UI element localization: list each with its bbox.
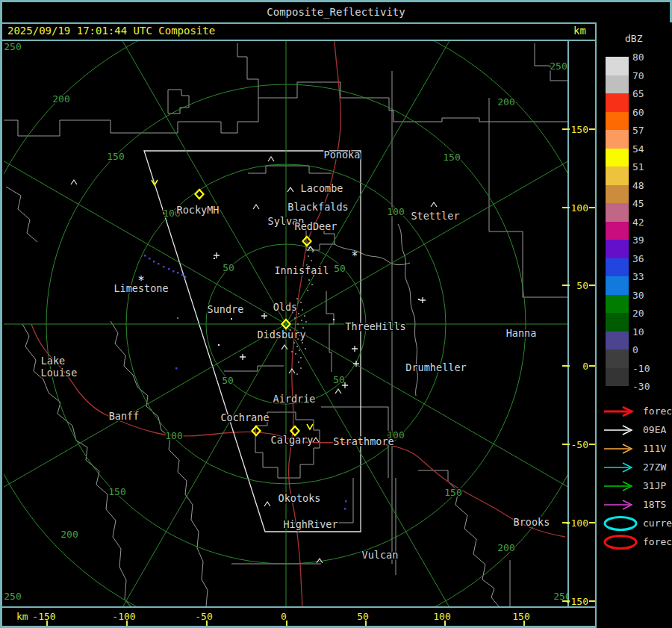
clutter-echo — [296, 373, 298, 375]
ring-distance-label: 150 — [108, 486, 125, 497]
radar-map[interactable]: 5050505010010010010015015015015020020020… — [4, 41, 568, 606]
colorbar-value-label: 39 — [632, 234, 644, 246]
colorbar-value-label: 54 — [632, 143, 644, 154]
legend-item-18TS: 18TS — [603, 495, 666, 514]
clutter-echo — [308, 279, 310, 281]
dot-marker — [218, 344, 220, 346]
colorbar-swatch — [606, 222, 629, 240]
right-axis-tick-label: -50 — [571, 439, 588, 450]
radar-site-diamond — [252, 426, 261, 435]
track-arrow-icon — [603, 460, 638, 475]
city-label: Didsbury — [257, 329, 305, 341]
clutter-echo — [305, 348, 306, 349]
ring-distance-label: 50 — [333, 374, 345, 385]
city-label: Brooks — [514, 516, 550, 528]
legend-item-label: 18TS — [643, 499, 666, 510]
right-axis-tick-label: 100 — [571, 202, 588, 214]
ring-distance-label: 250 — [4, 591, 21, 602]
right-axis-edge-tick — [562, 285, 570, 286]
city-label: Louise — [41, 367, 78, 379]
clutter-echo — [301, 320, 302, 321]
colorbar-swatch — [606, 332, 629, 350]
plus-marker — [420, 297, 426, 303]
colorbar-value-label: 20 — [632, 308, 644, 319]
legend-item-forecast: forecast — [603, 402, 672, 420]
scan-area-outline — [144, 71, 392, 564]
colorbar-value-label: 60 — [632, 106, 644, 117]
star-marker: * — [137, 274, 144, 287]
dot-marker — [418, 299, 420, 300]
caret-marker — [264, 502, 270, 506]
legend-item-label: 31JP — [643, 480, 666, 491]
bottom-axis-tick-label: 100 — [433, 611, 450, 622]
clutter-echo — [311, 260, 312, 261]
clutter-echo — [300, 302, 302, 303]
caret-marker — [71, 180, 77, 184]
storm-check-marker — [307, 424, 313, 429]
caret-marker — [281, 345, 287, 349]
city-label: Lacombe — [301, 182, 343, 194]
ring-distance-label: 250 — [4, 41, 21, 52]
weak-echo — [181, 274, 184, 276]
right-axis-edge-tick — [562, 444, 570, 445]
right-axis-edge-tick — [562, 600, 570, 602]
clutter-echo — [302, 309, 303, 311]
city-label: Ponoka — [324, 149, 361, 161]
ring-distance-label: 250 — [550, 60, 567, 72]
colorbar-value-label: -30 — [632, 381, 650, 392]
city-label: Vulcan — [362, 549, 399, 561]
colorbar-value-label: -10 — [632, 362, 650, 373]
clutter-echo — [308, 255, 309, 257]
colorbar-swatch — [606, 203, 629, 222]
right-axis-edge-tick — [562, 128, 570, 130]
caret-marker — [287, 187, 293, 192]
right-axis-tick — [589, 522, 595, 523]
city-label: Sundre — [208, 303, 244, 315]
track-arrow-icon — [603, 497, 638, 512]
city-label: Hanna — [506, 327, 537, 339]
right-axis-tick-label: 150 — [571, 124, 588, 135]
colorbar-value-label: 51 — [632, 161, 644, 172]
colorbar-value-label: 70 — [632, 69, 644, 81]
city-label: Innisfail — [274, 264, 329, 276]
right-axis-edge-tick — [562, 365, 570, 367]
clutter-echo — [299, 349, 300, 351]
plus-marker — [352, 346, 358, 352]
right-axis-tick — [589, 128, 595, 130]
legend-item-09EA: 09EA — [603, 420, 666, 439]
weak-echo — [153, 261, 155, 263]
weak-echo — [344, 508, 346, 510]
radar-map-canvas[interactable]: 5050505010010010010015015015015020020020… — [4, 41, 568, 606]
bottom-axis-tick — [286, 621, 287, 626]
colorbar-value-label: 30 — [632, 289, 644, 300]
bottom-axis-tick-label: -150 — [32, 611, 55, 622]
legend-item-111V: 111V — [603, 439, 666, 458]
colorbar-swatch — [606, 130, 629, 149]
colorbar-swatch — [606, 313, 629, 332]
track-arrow-icon — [603, 441, 638, 456]
colorbar-swatch — [606, 368, 629, 387]
track-arrow-icon — [603, 423, 638, 438]
caret-marker — [268, 157, 274, 161]
caret-marker — [431, 202, 437, 207]
window-title: Composite_Reflectivity — [0, 0, 672, 22]
clutter-echo — [296, 298, 298, 299]
right-axis-unit: km — [573, 25, 586, 37]
colorbar-swatch — [606, 57, 629, 75]
legend-item-label: current — [643, 517, 672, 529]
colorbar-swatch — [606, 149, 629, 167]
dot-marker — [333, 319, 335, 320]
colorbar-value-label: 33 — [632, 271, 644, 282]
clutter-echo — [304, 315, 305, 317]
star-marker: * — [351, 249, 358, 263]
ring-distance-label: 150 — [443, 152, 460, 163]
legend-item-label: forecast — [643, 405, 672, 417]
clutter-echo — [302, 342, 303, 343]
colorbar-value-label: 65 — [632, 88, 644, 99]
right-axis-tick — [589, 365, 595, 367]
storm-ellipse-icon — [603, 516, 638, 531]
colorbar-value-label: 57 — [632, 125, 644, 136]
right-axis-edge-tick — [562, 522, 570, 523]
colorbar-value-label: 10 — [632, 326, 644, 337]
dot-marker — [214, 258, 215, 259]
